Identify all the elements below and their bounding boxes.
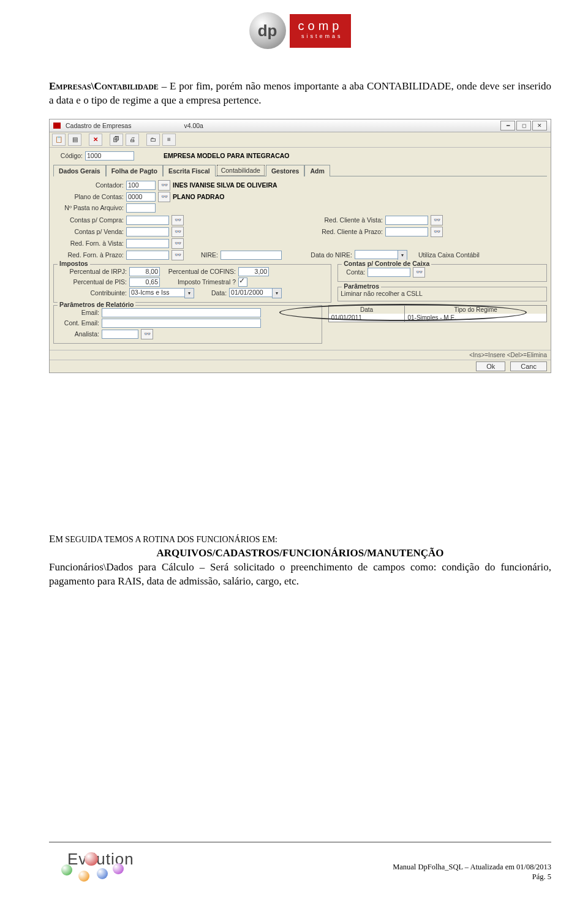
perc-irpj-label: Percentual de IRPJ: (56, 268, 127, 275)
tab-gestores[interactable]: Gestores (266, 165, 305, 176)
lookup-icon[interactable]: 👓 (172, 215, 184, 225)
lookup-icon[interactable]: 👓 (431, 227, 443, 237)
orb-icon (61, 864, 72, 875)
contador-nome: INES IVANISE SILVA DE OLIVEIRA (173, 181, 277, 189)
imposto-trim-label: Imposto Trimestral ? (162, 278, 236, 286)
parametros-legend: Parâmetros (342, 282, 381, 290)
regime-col-tipo: Tipo do Regime (405, 305, 547, 314)
app-window: Cadastro de Empresas v4.00a ━ ◻ ✕ 📋 ▤ ✕ … (49, 119, 551, 373)
regime-row-tipo[interactable]: 01-Simples - M.E. (405, 314, 547, 322)
liminar-label: Liminar não recolher a CSLL (341, 290, 423, 297)
contas-venda-label: Contas p/ Venda: (53, 228, 124, 235)
footer-page-number: Pág. 5 (393, 872, 551, 882)
perc-pis-label: Percentual de PIS: (56, 278, 127, 286)
cont-email-label: Cont. Email: (56, 319, 99, 327)
dropdown-arrow-icon[interactable]: ▾ (184, 288, 194, 298)
header-logo: dp comp sistemas (49, 12, 551, 49)
nire-input[interactable] (221, 251, 282, 260)
param-rel-legend: Parâmetros de Relatório (58, 301, 135, 308)
lookup-icon[interactable]: 👓 (141, 329, 153, 339)
perc-cofins-input[interactable]: 3,00 (238, 267, 269, 276)
red-cli-prazo-input[interactable] (385, 227, 428, 236)
contas-venda-input[interactable] (126, 227, 169, 236)
red-cli-prazo-label: Red. Cliente à Prazo: (303, 228, 383, 235)
contador-input[interactable]: 100 (126, 181, 156, 190)
dropdown-arrow-icon[interactable]: ▾ (272, 288, 282, 298)
red-forn-vista-input[interactable] (126, 239, 169, 248)
data-nire-input[interactable] (355, 250, 398, 259)
perc-irpj-input[interactable]: 8,00 (129, 267, 160, 276)
red-cli-vista-input[interactable] (385, 216, 428, 225)
tab-escrita-fiscal[interactable]: Escrita Fiscal (163, 165, 216, 176)
lookup-icon[interactable]: 👓 (413, 267, 425, 278)
footer-line-1: Manual DpFolha_SQL – Atualizada em 01/08… (393, 862, 551, 872)
data-input[interactable]: 01/01/2000 (229, 288, 272, 297)
pasta-label: Nº Pasta no Arquivo: (53, 204, 124, 211)
ok-button[interactable]: Ok (476, 361, 505, 371)
minimize-button[interactable]: ━ (500, 121, 515, 130)
page-footer: Ev lution Manual DpFolha_SQL – Atualizad… (49, 842, 551, 882)
plano-input[interactable]: 0000 (126, 192, 156, 202)
tab-bar: Dados Gerais Folha de Pagto Escrita Fisc… (53, 164, 547, 176)
perc-pis-input[interactable]: 0,65 (129, 278, 160, 287)
plano-nome: PLANO PADRAO (173, 193, 224, 200)
footer-logo: Ev lution (49, 845, 135, 882)
toolbar-btn-6[interactable]: 🗀 (146, 134, 160, 146)
red-forn-vista-label: Red. Forn. à Vista: (53, 240, 124, 247)
lookup-icon[interactable]: 👓 (172, 227, 184, 237)
toolbar: 📋 ▤ ✕ 🗐 🖨 🗀 ≡ (50, 132, 551, 148)
maximize-button[interactable]: ◻ (516, 121, 531, 130)
tab-dados-gerais[interactable]: Dados Gerais (53, 165, 106, 176)
toolbar-btn-4[interactable]: 🗐 (110, 134, 123, 146)
plano-label: Plano de Contas: (53, 193, 124, 200)
cont-email-input[interactable] (102, 319, 261, 328)
lookup-icon[interactable]: 👓 (172, 238, 184, 249)
empresa-nome: EMPRESA MODELO PARA INTEGRACAO (164, 152, 290, 159)
toolbar-btn-2[interactable]: ▤ (68, 134, 81, 146)
logo-sphere: dp (249, 12, 286, 49)
toolbar-btn-7[interactable]: ≡ (162, 134, 176, 146)
contribuinte-select[interactable]: 03-Icms e Iss (129, 288, 184, 297)
orb-icon (85, 852, 98, 866)
contador-lookup-icon[interactable]: 👓 (158, 180, 170, 191)
toolbar-delete-button[interactable]: ✕ (89, 134, 102, 146)
perc-cofins-label: Percentual de COFINS: (162, 268, 236, 275)
tab-contabilidade[interactable]: Contabilidade (217, 165, 265, 176)
regime-row-date[interactable]: 01/01/2011 (328, 314, 405, 322)
contas-compra-input[interactable] (126, 216, 169, 225)
regime-col-data: Data (328, 305, 405, 314)
red-cli-vista-label: Red. Cliente à Vista: (303, 216, 383, 224)
tab-adm[interactable]: Adm (304, 165, 330, 176)
lookup-icon[interactable]: 👓 (172, 250, 184, 260)
paragraph-2: EM SEGUIDA TEMOS A ROTINA DOS FUNCIONÁRI… (49, 532, 551, 589)
plano-lookup-icon[interactable]: 👓 (158, 192, 170, 202)
imposto-trim-checkbox[interactable] (238, 278, 247, 287)
red-forn-prazo-input[interactable] (126, 251, 169, 260)
contas-caixa-legend: Contas p/ Controle de Caixa (342, 260, 431, 267)
logo-text: comp sistemas (290, 14, 352, 48)
contribuinte-label: Contribuinte: (56, 289, 127, 297)
toolbar-btn-5[interactable]: 🖨 (126, 134, 139, 146)
orb-icon (113, 863, 124, 874)
codigo-label: Código: (53, 152, 83, 159)
tab-folha-pagto[interactable]: Folha de Pagto (106, 165, 163, 176)
nire-label: NIRE: (201, 251, 218, 259)
conta-input[interactable] (368, 268, 410, 277)
codigo-input[interactable]: 1000 (85, 151, 134, 161)
status-hint: <Ins>=Insere <Del>=Elimina (50, 350, 551, 360)
lookup-icon[interactable]: 👓 (431, 215, 443, 225)
close-button[interactable]: ✕ (532, 121, 547, 130)
app-icon (53, 123, 61, 129)
orb-icon (78, 871, 89, 882)
window-title: Cadastro de Empresas (66, 122, 131, 129)
toolbar-btn-1[interactable]: 📋 (52, 134, 66, 146)
cancel-button[interactable]: Canc (510, 361, 547, 371)
dropdown-arrow-icon[interactable]: ▾ (398, 250, 407, 260)
email-label: Email: (56, 309, 99, 316)
pasta-input[interactable] (126, 203, 156, 213)
analista-label: Analista: (56, 330, 99, 338)
email-input[interactable] (102, 308, 261, 317)
analista-input[interactable] (102, 330, 138, 339)
contador-label: Contador: (53, 181, 124, 189)
paragraph-1: Empresas\Contabilidade – E por fim, poré… (49, 80, 551, 108)
